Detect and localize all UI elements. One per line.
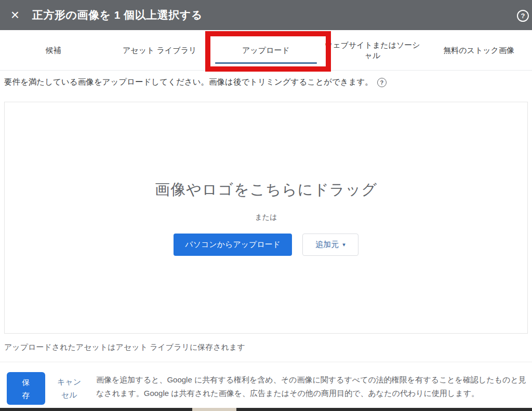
tab-label: ウェブサイトまたはソーシャル [322,40,422,61]
dropzone-buttons-row: パソコンからアップロード 追加元 ▾ [174,234,358,256]
tab-free-stock-images[interactable]: 無料のストック画像 [425,30,532,70]
active-tab-underline [215,62,317,64]
tab-label: アップロード [242,45,290,56]
dropzone-drag-label: 画像やロゴをこちらにドラッグ [155,180,377,200]
add-source-dropdown-button[interactable]: 追加元 ▾ [302,234,358,256]
cancel-button[interactable]: キャンセル [54,375,84,401]
tab-bar: 候補 アセット ライブラリ アップロード ウェブサイトまたはソーシャル 無料のス… [0,30,532,71]
dialog-title: 正方形の画像を 1 個以上選択する [32,8,203,22]
upload-from-computer-button[interactable]: パソコンからアップロード [174,234,292,256]
chevron-down-icon: ▾ [342,242,345,248]
legal-disclaimer-text: 画像を追加すると、Google に共有する権利を含め、その画像に関するすべての法… [96,373,528,400]
save-button[interactable]: 保存 [7,372,45,405]
instruction-row: 要件を満たしている画像をアップロードしてください。画像は後でトリミングすることが… [4,77,528,88]
instruction-help-icon[interactable]: ? [377,78,387,87]
asset-library-note: アップロードされたアセットはアセット ライブラリに保存されます [4,342,245,352]
tab-label: 無料のストック画像 [443,45,514,56]
cancel-button-label: キャンセル [57,375,82,401]
image-picker-dialog: × 正方形の画像を 1 個以上選択する ? 候補 アセット ライブラリ アップロ… [0,0,532,411]
upload-dropzone[interactable]: 画像やロゴをこちらにドラッグ または パソコンからアップロード 追加元 ▾ [4,102,528,334]
save-button-label: 保存 [21,376,30,402]
close-icon[interactable]: × [8,8,22,22]
tab-label: 候補 [45,45,61,56]
tab-label: アセット ライブラリ [123,45,196,56]
add-source-label: 追加元 [315,240,339,250]
bottom-edge-strip [0,408,532,411]
tab-upload[interactable]: アップロード [213,30,320,70]
dialog-header: × 正方形の画像を 1 個以上選択する ? [0,0,532,30]
dialog-footer: 保存 キャンセル 画像を追加すると、Google に共有する権利を含め、その画像… [0,362,532,408]
instruction-text: 要件を満たしている画像をアップロードしてください。画像は後でトリミングすることが… [4,77,373,88]
tab-candidates[interactable]: 候補 [0,30,107,70]
header-help-icon[interactable]: ? [517,10,529,22]
tab-website-or-social[interactable]: ウェブサイトまたはソーシャル [319,30,425,70]
tab-asset-library[interactable]: アセット ライブラリ [107,30,213,70]
dropzone-or-label: または [255,213,277,222]
bottom-edge-segment [192,408,236,411]
